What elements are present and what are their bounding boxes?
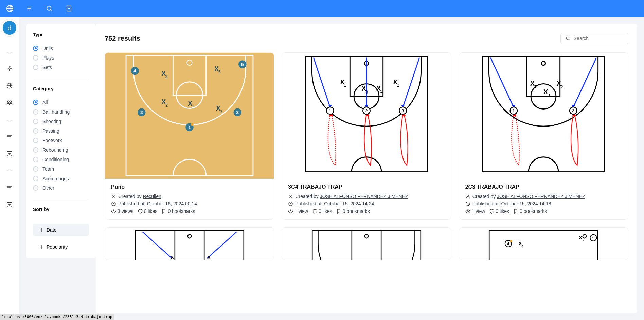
card-published-row: Published at: October 15, 2024 14:18 <box>465 201 622 206</box>
sort-date-label: Date <box>47 227 57 233</box>
result-card-truncated[interactable] <box>282 227 451 260</box>
eye-icon <box>288 209 293 214</box>
result-card[interactable]: 12X1X2X3 2C3 TRABAJO TRAP Created by JOS… <box>459 52 628 220</box>
category-label: All <box>42 100 48 105</box>
type-heading: Type <box>33 32 89 37</box>
clock-icon <box>111 201 116 206</box>
svg-text:4: 4 <box>380 90 383 95</box>
svg-text:X: X <box>171 254 174 260</box>
category-label: Shooting <box>42 119 61 124</box>
category-option-scrimmages[interactable]: Scrimmages <box>33 174 89 183</box>
rail-more3-icon[interactable]: ⋯ <box>5 167 14 175</box>
radio-icon <box>33 128 38 134</box>
svg-point-62 <box>290 195 291 196</box>
search-input[interactable] <box>574 36 623 41</box>
rail-run-icon[interactable] <box>5 65 14 73</box>
radio-icon <box>33 157 38 162</box>
rail-more-icon[interactable]: ⋯ <box>5 48 14 56</box>
sort-popularity-button[interactable]: Popularity <box>33 243 89 250</box>
svg-point-6 <box>10 101 12 102</box>
category-option-rebounding[interactable]: Rebounding <box>33 145 89 155</box>
heart-icon <box>312 209 317 214</box>
card-thumbnail: 12X1X2X3 <box>459 53 628 179</box>
card-title[interactable]: Puño <box>111 184 268 190</box>
rail-add-icon[interactable] <box>5 150 14 158</box>
svg-text:3: 3 <box>402 108 404 113</box>
category-option-ball-handling[interactable]: Ball handling <box>33 107 89 117</box>
category-option-all[interactable]: All <box>33 98 89 107</box>
clock-icon <box>465 201 470 206</box>
category-option-passing[interactable]: Passing <box>33 126 89 136</box>
svg-text:2: 2 <box>140 110 143 115</box>
svg-text:5: 5 <box>241 62 244 67</box>
radio-icon <box>33 147 38 153</box>
svg-text:4: 4 <box>522 245 524 248</box>
svg-text:3: 3 <box>220 110 222 114</box>
card-thumbnail: 45231 X4X5X2X3X1 <box>105 53 274 179</box>
svg-text:5: 5 <box>218 70 220 74</box>
svg-text:3: 3 <box>236 110 239 115</box>
card-title[interactable]: 3C4 TRABAJO TRAP <box>288 184 445 190</box>
type-option-drills[interactable]: Drills <box>33 44 89 53</box>
type-option-plays[interactable]: Plays <box>33 53 89 63</box>
svg-rect-98 <box>510 240 512 242</box>
logo-basketball-icon[interactable] <box>6 5 14 12</box>
result-card-truncated[interactable]: XX <box>105 227 274 260</box>
book-icon[interactable] <box>65 5 73 12</box>
svg-point-9 <box>566 37 569 39</box>
svg-text:5: 5 <box>592 236 594 240</box>
category-label: Team <box>42 166 54 172</box>
rail-sort-icon[interactable] <box>5 133 14 141</box>
card-author-row: Created by Reculien <box>111 193 268 199</box>
card-author-link[interactable]: Reculien <box>143 193 161 199</box>
user-icon <box>465 194 470 199</box>
svg-text:4: 4 <box>165 75 168 80</box>
rail-basketball-icon[interactable] <box>5 82 14 90</box>
svg-text:2: 2 <box>365 108 368 113</box>
menu-lines-icon[interactable] <box>26 5 33 12</box>
main-panel: 752 results 45231 X4X5X2X3X1 Puño Create… <box>96 24 637 313</box>
sort-date-button[interactable]: Date <box>33 224 89 236</box>
sort-popularity-label: Popularity <box>47 244 68 250</box>
search-box[interactable] <box>560 33 628 44</box>
rail-team-icon[interactable] <box>5 99 14 107</box>
svg-text:4: 4 <box>507 242 510 246</box>
rail-more2-icon[interactable]: ⋯ <box>5 116 14 124</box>
category-option-other[interactable]: Other <box>33 183 89 193</box>
type-label: Plays <box>42 55 54 61</box>
avatar[interactable]: d <box>3 21 16 35</box>
category-option-shooting[interactable]: Shooting <box>33 117 89 126</box>
search-input-icon <box>566 36 570 41</box>
results-count: 752 results <box>105 35 140 43</box>
category-option-conditioning[interactable]: Conditioning <box>33 155 89 164</box>
category-label: Footwork <box>42 138 62 143</box>
category-label: Ball handling <box>42 109 70 115</box>
type-label: Sets <box>42 65 52 70</box>
search-icon[interactable] <box>46 5 53 12</box>
card-published-row: Published at: October 16, 2024 00:14 <box>111 201 268 206</box>
result-card[interactable]: 45231 X4X5X2X3X1 Puño Created by Reculie… <box>105 52 274 220</box>
card-thumbnail: 45 X4 X5 <box>459 228 628 260</box>
card-author-link[interactable]: JOSE ALFONSO FERNANDEZ JIMENEZ <box>497 193 585 199</box>
svg-point-3 <box>10 66 11 67</box>
heart-icon <box>138 209 143 214</box>
card-title[interactable]: 2C3 TRABAJO TRAP <box>465 184 622 190</box>
radio-icon <box>33 109 38 115</box>
result-card[interactable]: 123X1X3X4X2 3C4 TRABAJO TRAP Created by … <box>282 52 451 220</box>
card-thumbnail: XX <box>105 228 274 260</box>
svg-rect-10 <box>126 55 253 176</box>
result-card-truncated[interactable]: 45 X4 X5 <box>459 227 628 260</box>
type-option-sets[interactable]: Sets <box>33 63 89 72</box>
card-stats: 1 view 0 likes 0 bookmarks <box>288 208 445 214</box>
category-option-footwork[interactable]: Footwork <box>33 136 89 145</box>
rail-add2-icon[interactable] <box>5 201 14 209</box>
bookmark-icon <box>336 209 341 214</box>
svg-text:3: 3 <box>365 90 368 95</box>
rail-sort2-icon[interactable] <box>5 184 14 192</box>
card-author-link[interactable]: JOSE ALFONSO FERNANDEZ JIMENEZ <box>320 193 408 199</box>
svg-text:4: 4 <box>133 68 136 73</box>
category-option-team[interactable]: Team <box>33 164 89 174</box>
radio-icon <box>33 46 38 51</box>
card-published-row: Published at: October 15, 2024 14:24 <box>288 201 445 206</box>
svg-text:2: 2 <box>572 108 574 113</box>
